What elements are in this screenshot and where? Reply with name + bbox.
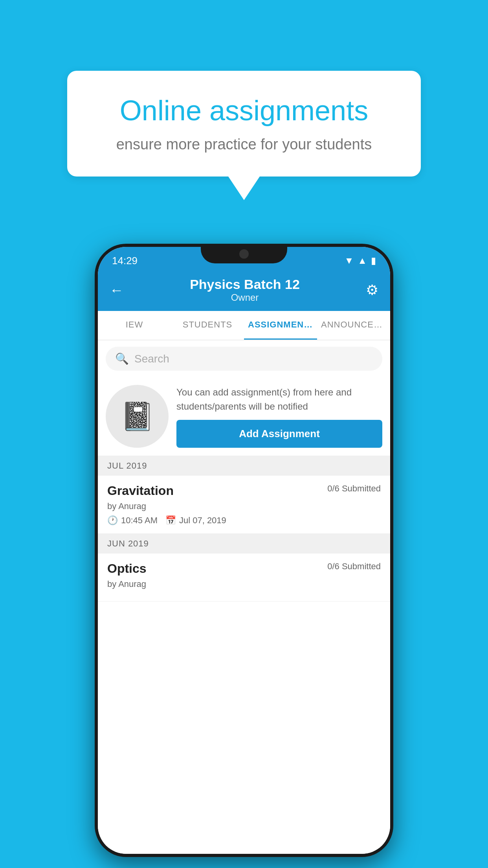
search-placeholder: Search bbox=[134, 353, 169, 365]
search-bar[interactable]: 🔍 Search bbox=[106, 347, 382, 371]
speech-bubble: Online assignments ensure more practice … bbox=[67, 71, 421, 177]
promo-section: 📓 You can add assignment(s) from here an… bbox=[98, 377, 390, 456]
clock-icon: 🕐 bbox=[107, 515, 118, 526]
wifi-icon: ▼ bbox=[344, 255, 354, 266]
month-divider-jun: JUN 2019 bbox=[98, 534, 390, 554]
promo-right: You can add assignment(s) from here and … bbox=[176, 385, 382, 448]
status-icons: ▼ ▲ ▮ bbox=[344, 255, 376, 266]
search-icon: 🔍 bbox=[115, 352, 129, 365]
speech-bubble-title: Online assignments bbox=[95, 94, 393, 127]
assignment-row-top: Gravitation 0/6 Submitted bbox=[107, 484, 381, 498]
assignment-item-optics[interactable]: Optics 0/6 Submitted by Anurag bbox=[98, 554, 390, 601]
speech-bubble-tail bbox=[228, 177, 260, 200]
tab-announcements[interactable]: ANNOUNCEMENTS bbox=[317, 311, 390, 340]
speech-bubble-container: Online assignments ensure more practice … bbox=[67, 71, 421, 200]
content-area: 🔍 Search 📓 You can add assignment(s) fro… bbox=[98, 340, 390, 854]
header-title: Physics Batch 12 bbox=[190, 277, 300, 292]
assignment-meta-gravitation: 🕐 10:45 AM 📅 Jul 07, 2019 bbox=[107, 515, 381, 526]
calendar-icon: 📅 bbox=[165, 515, 176, 526]
assignment-by-optics: by Anurag bbox=[107, 579, 381, 589]
header-center: Physics Batch 12 Owner bbox=[190, 277, 300, 303]
phone-notch bbox=[201, 244, 287, 263]
header-subtitle: Owner bbox=[190, 292, 300, 303]
tab-students[interactable]: STUDENTS bbox=[171, 311, 244, 340]
phone-outer: 14:29 ▼ ▲ ▮ ← Physics Batch 12 Owner ⚙ bbox=[95, 244, 393, 857]
assignment-submitted-gravitation: 0/6 Submitted bbox=[327, 484, 381, 494]
speech-bubble-subtitle: ensure more practice for your students bbox=[95, 136, 393, 153]
month-divider-jul: JUL 2019 bbox=[98, 456, 390, 476]
assignment-name-optics: Optics bbox=[107, 561, 147, 576]
phone-screen: 14:29 ▼ ▲ ▮ ← Physics Batch 12 Owner ⚙ bbox=[98, 247, 390, 854]
phone-camera bbox=[239, 249, 249, 259]
notebook-icon: 📓 bbox=[120, 400, 154, 432]
tab-assignments[interactable]: ASSIGNMENTS bbox=[244, 311, 317, 340]
app-header: ← Physics Batch 12 Owner ⚙ bbox=[98, 270, 390, 311]
assignment-row-top-optics: Optics 0/6 Submitted bbox=[107, 561, 381, 576]
search-container: 🔍 Search bbox=[98, 340, 390, 377]
add-assignment-button[interactable]: Add Assignment bbox=[176, 420, 382, 448]
assignment-submitted-optics: 0/6 Submitted bbox=[327, 561, 381, 572]
promo-icon-circle: 📓 bbox=[106, 385, 169, 448]
assignment-time-gravitation: 🕐 10:45 AM bbox=[107, 515, 158, 526]
phone-container: 14:29 ▼ ▲ ▮ ← Physics Batch 12 Owner ⚙ bbox=[95, 244, 393, 857]
status-time: 14:29 bbox=[112, 255, 138, 267]
back-button[interactable]: ← bbox=[110, 282, 124, 298]
tabs-bar: IEW STUDENTS ASSIGNMENTS ANNOUNCEMENTS bbox=[98, 311, 390, 340]
tab-iew[interactable]: IEW bbox=[98, 311, 171, 340]
gear-icon[interactable]: ⚙ bbox=[366, 282, 378, 298]
battery-icon: ▮ bbox=[371, 255, 376, 266]
assignment-date-gravitation: 📅 Jul 07, 2019 bbox=[165, 515, 226, 526]
assignment-by-gravitation: by Anurag bbox=[107, 501, 381, 511]
promo-text: You can add assignment(s) from here and … bbox=[176, 385, 382, 414]
assignment-name-gravitation: Gravitation bbox=[107, 484, 174, 498]
assignment-item-gravitation[interactable]: Gravitation 0/6 Submitted by Anurag 🕐 10… bbox=[98, 476, 390, 534]
signal-icon: ▲ bbox=[358, 255, 367, 266]
